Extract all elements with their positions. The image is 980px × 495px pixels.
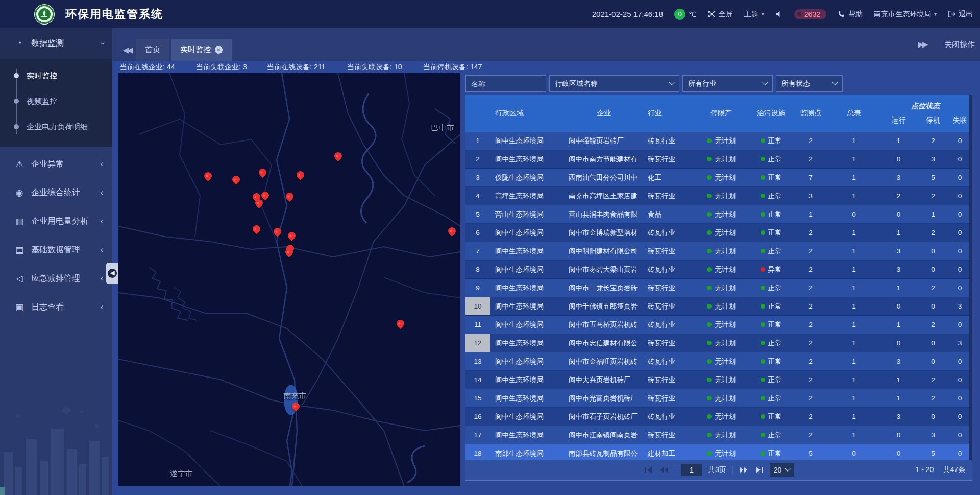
row-stopped-count: 3 bbox=[918, 150, 948, 168]
status-dot bbox=[761, 286, 765, 290]
speaker-icon[interactable] bbox=[775, 10, 783, 18]
table-row[interactable]: 2 阆中生态环境局 阆中市南方节能建材有 砖瓦行业 无计划 正常 2 1 0 bbox=[465, 150, 972, 169]
row-industry: 砖瓦行业 bbox=[640, 334, 693, 352]
row-production-limit: 无计划 bbox=[693, 408, 749, 426]
submenu-item[interactable]: 实时监控 bbox=[0, 63, 112, 88]
row-total-meter: 1 bbox=[828, 371, 879, 389]
table-row[interactable]: 3 仪陇生态环境局 西南油气田分公司川中 化工 无计划 正常 7 1 3 bbox=[465, 169, 972, 187]
status-dot bbox=[761, 396, 765, 400]
status-dot bbox=[761, 267, 765, 272]
table-row[interactable]: 17 阆中生态环境局 阆中市江南镇阆南页岩 砖瓦行业 无计划 正常 2 1 0 bbox=[465, 426, 972, 444]
row-stopped-count: 2 bbox=[918, 187, 948, 205]
table-row[interactable]: 8 阆中生态环境局 阆中市枣碧大梁山页岩 砖瓦行业 无计划 异常 2 1 3 bbox=[465, 261, 972, 279]
status-dot-green bbox=[707, 212, 712, 217]
table-row[interactable]: 7 阆中生态环境局 阆中明阳建材有限公司 砖瓦行业 无计划 正常 2 1 3 bbox=[465, 242, 972, 261]
page-size-select[interactable]: 20 bbox=[770, 463, 794, 477]
theme-dropdown[interactable]: 主题 ▾ bbox=[744, 10, 764, 19]
sidebar-item[interactable]: ◁ 应急减排管理 ‹ bbox=[0, 264, 112, 293]
industry-filter-select[interactable]: 所有行业 bbox=[682, 75, 773, 92]
row-pollution-facility: 正常 bbox=[749, 132, 793, 150]
table-row[interactable]: 12 阆中生态环境局 阆中市忠信建材有限公 砖瓦行业 无计划 正常 2 1 0 bbox=[465, 334, 972, 352]
row-disconnected-count: 0 bbox=[948, 444, 971, 460]
row-disconnected-count: 0 bbox=[948, 150, 971, 168]
org-dropdown[interactable]: 南充市生态环境局 ▾ bbox=[874, 10, 937, 19]
table-row[interactable]: 11 阆中生态环境局 阆中市五马桥页岩机砖 砖瓦行业 无计划 正常 2 1 1 bbox=[465, 316, 972, 334]
row-disconnected-count: 3 bbox=[948, 297, 971, 315]
notification-count[interactable]: 2632 bbox=[794, 9, 826, 19]
sidebar-item-icon: ◉ bbox=[14, 187, 25, 198]
next-page-button[interactable] bbox=[739, 466, 748, 474]
col-header-stopped: 停机 bbox=[918, 116, 948, 125]
row-production-limit: 无计划 bbox=[693, 371, 749, 389]
first-page-button[interactable] bbox=[644, 466, 653, 474]
row-pollution-facility: 正常 bbox=[749, 169, 793, 186]
tabs-scroll-left-button[interactable]: ◀◀ bbox=[118, 39, 136, 61]
status-dot-green bbox=[707, 230, 712, 235]
row-production-limit: 无计划 bbox=[693, 242, 749, 260]
submenu-item[interactable]: 视频监控 bbox=[0, 88, 112, 114]
tab-realtime-monitoring[interactable]: 实时监控 ✕ bbox=[171, 39, 232, 61]
sidebar-item-data-monitoring[interactable]: ◔ 数据监测 ‹ bbox=[0, 28, 112, 59]
row-region: 阆中生态环境局 bbox=[490, 150, 560, 168]
sidebar-item[interactable]: ◉ 企业综合统计 ‹ bbox=[0, 178, 112, 207]
tabs-scroll-right-button[interactable]: ▶▶ bbox=[914, 34, 931, 56]
row-monitor-points: 5 bbox=[793, 444, 828, 460]
temperature-unit: ℃ bbox=[689, 10, 697, 18]
sidebar-collapse-handle[interactable]: ◀ bbox=[106, 263, 118, 284]
map-roads bbox=[118, 73, 460, 486]
table-row[interactable]: 14 阆中生态环境局 阆中大兴页岩机砖厂 砖瓦行业 无计划 正常 2 1 1 bbox=[465, 371, 972, 389]
stat-value: 147 bbox=[470, 63, 482, 71]
table-row[interactable]: 13 阆中生态环境局 阆中市金福旺页岩机砖 砖瓦行业 无计划 正常 2 1 3 bbox=[465, 352, 972, 371]
tab-close-icon[interactable]: ✕ bbox=[215, 46, 223, 54]
app-logo bbox=[34, 4, 55, 25]
table-row[interactable]: 4 高坪生态环境局 南充市高坪区王家店建 砖瓦行业 无计划 正常 3 1 2 bbox=[465, 187, 972, 205]
prev-page-button[interactable] bbox=[659, 466, 669, 474]
row-industry: 食品 bbox=[640, 205, 693, 223]
map-panel[interactable]: 巴中市南充市遂宁市 bbox=[118, 73, 460, 486]
table-row[interactable]: 1 阆中生态环境局 阆中强锐页岩砖厂 砖瓦行业 无计划 正常 2 1 1 bbox=[465, 132, 972, 150]
row-running-count: 0 bbox=[879, 297, 918, 315]
row-production-limit: 无计划 bbox=[693, 169, 749, 186]
name-filter-input[interactable] bbox=[471, 80, 541, 88]
logout-button[interactable]: 退出 bbox=[948, 10, 973, 19]
table-row[interactable]: 6 阆中生态环境局 阆中市金博瑞新型墙材 砖瓦行业 无计划 正常 2 1 1 bbox=[465, 224, 972, 242]
sidebar-item-label: 基础数据管理 bbox=[31, 245, 101, 255]
sidebar-item[interactable]: ▣ 日志查看 ‹ bbox=[0, 293, 112, 321]
row-enterprise: 阆中市光富页岩机砖厂 bbox=[560, 389, 640, 407]
tab-home[interactable]: 首页 bbox=[136, 39, 169, 61]
status-filter-select[interactable]: 所有状态 bbox=[776, 75, 843, 92]
fullscreen-button[interactable]: 全屏 bbox=[708, 10, 733, 19]
submenu-item[interactable]: 企业电力负荷明细 bbox=[0, 114, 112, 139]
region-filter-select[interactable]: 行政区域名称 bbox=[549, 75, 679, 92]
collapse-arrow-icon: ◀ bbox=[108, 269, 117, 278]
stat-item: 当前失联设备:10 bbox=[347, 63, 402, 72]
table-row[interactable]: 18 南部生态环境局 南部县砖瓦制品有限公 建材加工 无计划 正常 5 0 0 bbox=[465, 444, 972, 460]
row-industry: 砖瓦行业 bbox=[640, 426, 693, 444]
close-operations-button[interactable]: 关闭操作 bbox=[944, 40, 975, 50]
total-pages-label: 共3页 bbox=[708, 465, 726, 475]
row-monitor-points: 2 bbox=[793, 316, 828, 334]
table-row[interactable]: 15 阆中生态环境局 阆中市光富页岩机砖厂 砖瓦行业 无计划 正常 2 1 1 bbox=[465, 389, 972, 408]
row-disconnected-count: 0 bbox=[948, 316, 971, 334]
name-filter-field[interactable] bbox=[465, 75, 546, 92]
table-row[interactable]: 10 阆中生态环境局 阆中千佛镇五郎垭页岩 砖瓦行业 无计划 正常 2 1 0 bbox=[465, 297, 972, 316]
row-index-cell: 9 bbox=[465, 279, 490, 297]
row-disconnected-count: 0 bbox=[948, 224, 971, 242]
row-running-count: 1 bbox=[879, 224, 918, 242]
help-button[interactable]: 帮助 bbox=[838, 10, 863, 19]
chevron-left-icon: ‹ bbox=[101, 217, 103, 226]
table-row[interactable]: 9 阆中生态环境局 阆中市二龙长宝页岩砖 砖瓦行业 无计划 正常 2 1 1 bbox=[465, 279, 972, 297]
table-row[interactable]: 16 阆中生态环境局 阆中市石子页岩机砖厂 砖瓦行业 无计划 正常 2 1 3 bbox=[465, 408, 972, 426]
sidebar-item[interactable]: ▥ 企业用电量分析 ‹ bbox=[0, 207, 112, 235]
datetime-display: 2021-02-25 17:46:18 bbox=[592, 10, 663, 18]
row-stopped-count: 1 bbox=[918, 205, 948, 223]
sidebar-item[interactable]: ▤ 基础数据管理 ‹ bbox=[0, 235, 112, 264]
page-number-input[interactable]: 1 bbox=[681, 464, 702, 476]
table-scrollbar-track[interactable] bbox=[969, 95, 972, 481]
status-dot-green bbox=[707, 286, 712, 290]
row-monitor-points: 3 bbox=[793, 187, 828, 205]
table-row[interactable]: 5 营山生态环境局 营山县润丰肉食品有限 食品 无计划 正常 1 0 0 bbox=[465, 205, 972, 224]
sidebar-item[interactable]: ⚠ 企业异常 ‹ bbox=[0, 150, 112, 178]
last-page-button[interactable] bbox=[754, 466, 764, 474]
row-industry: 砖瓦行业 bbox=[640, 187, 693, 205]
